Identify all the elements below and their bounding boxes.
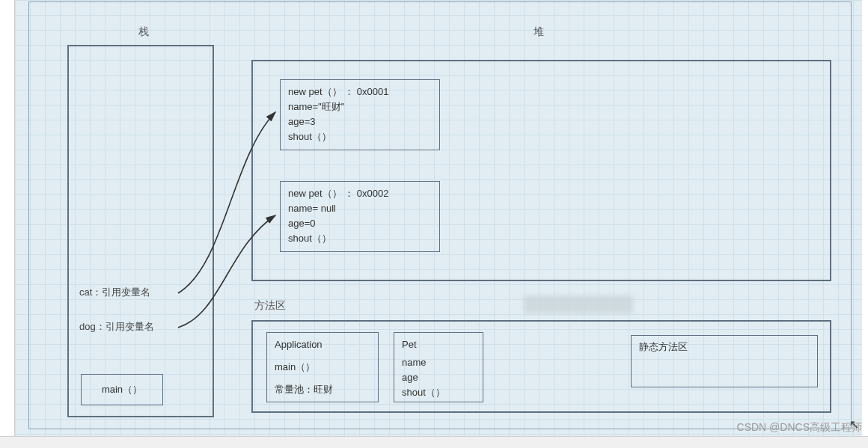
- heap-obj2-age: age=0: [288, 216, 432, 231]
- method-area-application: Application main（） 常量池：旺财: [266, 332, 379, 402]
- heap-obj1-age: age=3: [288, 114, 432, 129]
- watermark-text: CSDN @DNCS高级工程师: [737, 421, 862, 435]
- app-constpool: 常量池：旺财: [275, 382, 370, 397]
- pet-shout: shout（）: [402, 385, 475, 400]
- heap-object-2: new pet（） ： 0x0002 name= null age=0 shou…: [280, 181, 440, 252]
- pet-name: name: [402, 355, 475, 370]
- heap-obj1-header: new pet（） ： 0x0001: [288, 85, 432, 99]
- method-area-region: Application main（） 常量池：旺财 Pet name age s…: [251, 320, 831, 413]
- heap-obj1-shout: shout（）: [288, 129, 432, 144]
- method-area-pet: Pet name age shout（）: [394, 332, 483, 402]
- heap-obj2-name: name= null: [288, 201, 432, 216]
- stack-var-dog: dog：引用变量名: [79, 320, 154, 334]
- heap-obj1-name: name="旺财": [288, 99, 432, 114]
- stack-frame-main-label: main（）: [102, 383, 142, 396]
- editor-left-ruler: [0, 0, 15, 448]
- horizontal-scrollbar[interactable]: [0, 436, 868, 448]
- method-area-label: 方法区: [254, 299, 286, 313]
- app-main: main（）: [275, 360, 370, 375]
- pet-age: age: [402, 370, 475, 385]
- stack-label: 栈: [138, 25, 149, 39]
- app-title: Application: [275, 337, 370, 352]
- stack-region: cat：引用变量名 dog：引用变量名 main（）: [67, 45, 214, 417]
- stack-frame-main: main（）: [81, 374, 163, 405]
- heap-object-1: new pet（） ： 0x0001 name="旺财" age=3 shout…: [280, 79, 440, 150]
- heap-region: new pet（） ： 0x0001 name="旺财" age=3 shout…: [251, 60, 831, 281]
- heap-label: 堆: [534, 25, 544, 39]
- stack-var-cat: cat：引用变量名: [79, 286, 150, 299]
- blurred-region: [524, 295, 633, 313]
- pet-title: Pet: [402, 337, 475, 352]
- heap-obj2-shout: shout（）: [288, 231, 432, 246]
- static-method-area: 静态方法区: [631, 335, 818, 387]
- heap-obj2-header: new pet（） ： 0x0002: [288, 186, 432, 201]
- mouse-cursor-icon: ↖: [849, 417, 859, 432]
- static-method-area-label: 静态方法区: [639, 341, 688, 352]
